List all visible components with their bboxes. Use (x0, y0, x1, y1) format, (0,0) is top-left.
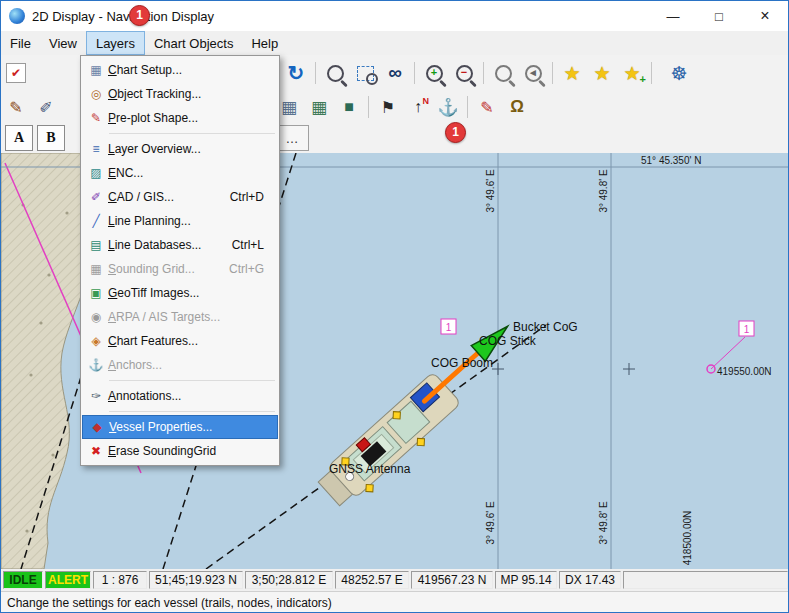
grid-icon: ▦ (281, 97, 297, 118)
menu-shortcut: Ctrl+D (230, 190, 276, 204)
menu-view[interactable]: View (40, 31, 86, 55)
longitude-label-1-bottom: 3° 49.6' E (485, 501, 496, 544)
helm-icon: ☸ (670, 62, 687, 85)
menu-help[interactable]: Help (242, 31, 287, 55)
vessel-properties-icon: ◆ (85, 420, 109, 434)
refresh-button[interactable]: ↻ (281, 59, 311, 87)
window-controls: — □ × (650, 1, 788, 31)
star-add-icon: ★ (623, 62, 640, 85)
menu-item-annotations[interactable]: ✑ Annotations... (82, 384, 278, 408)
zoom-button[interactable] (320, 59, 350, 87)
erase-soundinggrid-icon: ✖ (84, 444, 108, 458)
anchors-icon: ⚓ (84, 358, 108, 372)
zoom-out-button[interactable]: − (449, 59, 479, 87)
toolbar-separator (368, 96, 369, 118)
flag-marker-button[interactable]: ⚑ (373, 93, 403, 121)
menu-file[interactable]: File (1, 31, 40, 55)
menu-item-label: ENC... (108, 166, 143, 180)
longitude-label-2-bottom: 3° 49.8' E (598, 501, 609, 544)
maximize-button[interactable]: □ (696, 1, 742, 31)
menu-item-label: Erase SoundingGrid (108, 444, 216, 458)
grid-color-icon: ▦ (311, 97, 327, 118)
overview-button[interactable]: ∞ (380, 59, 410, 87)
menu-item-line-databases[interactable]: ▤ Line Databases... Ctrl+L (82, 233, 278, 257)
info-bar-text: Change the settings for each vessel (tra… (7, 596, 332, 610)
status-scale: 1 : 876 (93, 571, 147, 589)
waypoint-marker-right[interactable]: 1 419550.00N (707, 321, 772, 377)
preplot-shape-icon: ✎ (84, 111, 108, 125)
step-badge-2: 1 (445, 122, 466, 143)
grid-crosshairs (492, 363, 635, 375)
menu-item-geotiff-images[interactable]: ▣ GeoTiff Images... (82, 281, 278, 305)
menu-separator (109, 411, 275, 412)
menu-item-object-tracking[interactable]: ◎ Object Tracking... (82, 82, 278, 106)
menu-item-erase-soundinggrid[interactable]: ✖ Erase SoundingGrid (82, 439, 278, 463)
menu-item-line-planning[interactable]: ╱ Line Planning... (82, 209, 278, 233)
anchor-icon: ⚓ (437, 97, 458, 118)
menu-item-label: GeoTiff Images... (108, 286, 199, 300)
longitude-label-1-top: 3° 49.6' E (485, 169, 496, 212)
annotations-icon: ✑ (84, 389, 108, 403)
menu-layers[interactable]: Layers (86, 31, 145, 55)
cog-stick-label: COG Stick (479, 334, 537, 348)
menu-item-arpa-ais-targets: ◉ ARPA / AIS Targets... (82, 305, 278, 329)
menu-item-preplot-shape[interactable]: ✎ Pre-plot Shape... (82, 106, 278, 130)
zoom-in-button[interactable]: + (419, 59, 449, 87)
checklist-button[interactable]: ✔ (1, 59, 31, 87)
line-planning-icon: ╱ (84, 214, 108, 228)
measure-tool-button[interactable]: ✐ (31, 93, 61, 121)
status-easting: 48252.57 E (335, 571, 409, 589)
favorite-view-1-button[interactable]: ★ (557, 59, 587, 87)
matrix-button[interactable]: ■ (334, 93, 364, 121)
latitude-label: 51° 45.350' N (641, 155, 701, 166)
waypoint-number: 1 (446, 322, 452, 333)
line-databases-icon: ▤ (84, 238, 108, 252)
helm-display-button[interactable]: ☸ (664, 59, 694, 87)
view-b-button[interactable]: B (37, 125, 65, 151)
menu-item-label: ARPA / AIS Targets... (108, 310, 220, 324)
step-badge-1: 1 (129, 5, 150, 26)
menu-item-layer-overview[interactable]: ≡ Layer Overview... (82, 137, 278, 161)
alarm-button[interactable]: Ω (502, 93, 532, 121)
menu-item-chart-features[interactable]: ◈ Chart Features... (82, 329, 278, 353)
zoom-area-button[interactable] (350, 59, 380, 87)
cad-gis-icon: ✐ (84, 190, 108, 204)
north-up-button[interactable]: ↑ N (403, 93, 433, 121)
menu-item-label: Line Databases... (108, 238, 201, 252)
chart-features-icon: ◈ (84, 334, 108, 348)
grid-layers-button[interactable]: ▦ (304, 93, 334, 121)
close-button[interactable]: × (742, 1, 788, 31)
add-favorite-view-button[interactable]: ★ + (617, 59, 647, 87)
status-bar: IDLE ALERT 1 : 876 51;45;19.923 N 3;50;2… (1, 569, 788, 591)
more-options-button[interactable]: … (275, 125, 309, 151)
zoom-window-button[interactable] (488, 59, 518, 87)
menu-item-enc[interactable]: ▨ ENC... (82, 161, 278, 185)
view-a-button[interactable]: A (5, 125, 33, 151)
north-letter-icon: N (423, 96, 430, 106)
toolbar-separator (467, 96, 468, 118)
edit-annotation-button[interactable]: ✎ (472, 93, 502, 121)
menu-bar: File View Layers Chart Objects Help (1, 31, 788, 55)
menu-item-label: CAD / GIS... (108, 190, 174, 204)
status-alert-indicator: ALERT (45, 571, 91, 589)
favorite-view-2-button[interactable]: ★ (587, 59, 617, 87)
menu-chart-objects[interactable]: Chart Objects (145, 31, 242, 55)
menu-item-label: Line Planning... (108, 214, 191, 228)
enc-icon: ▨ (84, 166, 108, 180)
menu-item-cad-gis[interactable]: ✐ CAD / GIS... Ctrl+D (82, 185, 278, 209)
menu-item-chart-setup[interactable]: ▦ Chart Setup... (82, 58, 278, 82)
previous-view-button[interactable]: ◂ (518, 59, 548, 87)
app-window: 2D Display - Navigation Display — □ × Fi… (0, 0, 789, 613)
status-northing: 419567.23 N (411, 571, 493, 589)
draw-tool-button[interactable]: ✎ (1, 93, 31, 121)
title-bar: 2D Display - Navigation Display — □ × (1, 1, 788, 31)
menu-item-label: Object Tracking... (108, 87, 201, 101)
waypoint-marker-vessel[interactable]: 1 (441, 319, 456, 334)
menu-item-vessel-properties[interactable]: ◆ Vessel Properties... (82, 415, 278, 439)
anchor-watch-button[interactable]: ⚓ (433, 93, 463, 121)
menu-item-label: Anchors... (108, 358, 162, 372)
arpa-ais-icon: ◉ (84, 310, 108, 324)
zoom-area-icon (357, 66, 374, 81)
status-latitude: 51;45;19.923 N (149, 571, 243, 589)
minimize-button[interactable]: — (650, 1, 696, 31)
